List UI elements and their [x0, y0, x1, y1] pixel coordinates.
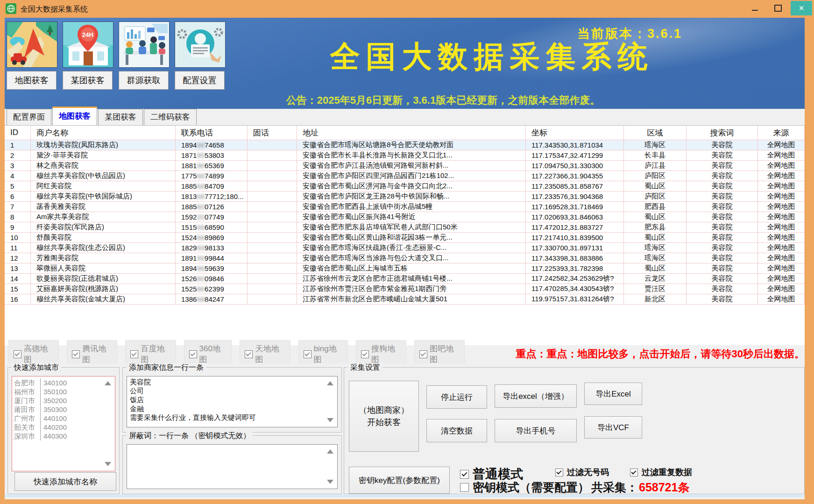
- cell-name: 玫瑰坊美容院(凤阳东路店): [31, 140, 176, 150]
- merchant-keywords-textarea[interactable]: 美容院 公司 饭店 金融 需要采集什么行业，直接输入关键词即可: [127, 376, 338, 427]
- cell-landline: [248, 171, 297, 181]
- city-name: 深圳市: [14, 432, 40, 440]
- table-row-3[interactable]: 3林之燕美容院18819665369安徽省合肥市庐江县汤池镇银河路银河新村斜..…: [5, 161, 805, 171]
- city-item-韶关市[interactable]: 韶关市440200: [14, 423, 115, 432]
- table-row-9[interactable]: 9纤姿美容院(军民路店)15156668590安徽省合肥市肥东县店埠镇军民巷人武…: [5, 222, 805, 233]
- scroll-down-icon[interactable]: [327, 480, 333, 484]
- cell-coord: 117.227366,31.904355: [526, 171, 624, 181]
- cell-address: 安徽省合肥市瑶海区扶疏路(香江·生态丽景-C...: [297, 243, 526, 253]
- table-row-5[interactable]: 5阿红美容院18856884709安徽省合肥市蜀山区淠河路与金牛路交口向北2..…: [5, 181, 805, 192]
- scroll-down-icon[interactable]: [327, 418, 333, 422]
- phone-suffix: 74658: [205, 141, 224, 149]
- cell-source: 全网地图: [758, 222, 805, 233]
- cell-address: 安徽省合肥市瑶海区站塘路8号合肥天使幼教对面: [297, 140, 526, 150]
- cell-region: 瑶海区: [624, 140, 687, 150]
- quick-add-city-button[interactable]: 快速添加城市名称: [14, 472, 116, 491]
- export-excel-button[interactable]: 导出Excel: [584, 383, 642, 405]
- phone-prefix: 1813: [181, 192, 197, 200]
- phone-prefix: 1894: [181, 264, 197, 272]
- tab-地图获客[interactable]: 地图获客: [52, 106, 97, 125]
- maximize-button[interactable]: [767, 1, 789, 15]
- export-excel-enhanced-button[interactable]: 导出excel（增强）: [495, 384, 577, 408]
- city-item-广州市[interactable]: 广州市440100: [14, 414, 115, 423]
- city-item-合肥市[interactable]: 合肥市340100: [14, 378, 115, 387]
- shortcut-button-2[interactable]: 某团获客: [63, 71, 113, 90]
- shortcut-buttons: 地图获客24H某团获客群源获取配置设置: [7, 21, 225, 90]
- scroll-down-icon[interactable]: [105, 462, 111, 466]
- table-row-7[interactable]: 7菡香美雅美容院18856007126安徽省合肥市肥西县上派镇中街水晶城5幢11…: [5, 202, 805, 212]
- minimize-button[interactable]: [744, 1, 765, 15]
- cell-coord: 117.472012,31.883727: [526, 222, 624, 233]
- shortcut-button-1[interactable]: 地图获客: [7, 71, 57, 90]
- phone-prefix: 1386: [181, 295, 197, 303]
- key-mode-label: 密钥模式（需要配置）: [473, 480, 589, 495]
- key-mode-checkbox[interactable]: [460, 483, 469, 492]
- cell-address: 安徽省合肥市蜀山区上海城市五栋: [297, 263, 526, 274]
- map-source-label: 百度地图: [141, 343, 170, 365]
- map-navigation-icon: [7, 21, 57, 68]
- table-row-12[interactable]: 12芳雅阁美容院18919999844安徽省合肥市瑶海区当涂路与包公大道交叉口.…: [5, 253, 805, 263]
- cell-coord: 117.175347,32.471299: [526, 150, 624, 161]
- checkbox-checked-icon: [361, 350, 369, 358]
- block-words-textarea[interactable]: [127, 444, 338, 489]
- tab-某团获客[interactable]: 某团获客: [98, 109, 143, 125]
- city-name: 合肥市: [14, 378, 40, 387]
- cell-region: 庐江县: [624, 161, 687, 171]
- phone-masked-digits: 96: [197, 162, 205, 170]
- cell-name: 黛汐·菲菲美容院: [31, 150, 176, 161]
- cell-phone: 15258662399: [176, 284, 248, 294]
- phone-masked-digits: 60: [197, 203, 205, 211]
- shortcut-button-4[interactable]: 配置设置: [175, 71, 225, 90]
- close-button[interactable]: ×: [791, 1, 812, 15]
- shortcut-2: 24H某团获客: [63, 21, 113, 90]
- table-row-10[interactable]: 10舒颜美容院15246889869安徽省合肥市蜀山区黄山路和谐花园3栋一单元.…: [5, 233, 805, 243]
- cell-address: 安徽省合肥市庐江县汤池镇银河路银河新村斜...: [297, 161, 526, 171]
- table-row-4[interactable]: 4穆丝共享美容院(中铁品园店)17756874899安徽省合肥市庐阳区四里河路品…: [5, 171, 805, 181]
- clear-data-button[interactable]: 清空数据: [426, 419, 487, 442]
- cell-source: 全网地图: [758, 263, 805, 274]
- table-row-8[interactable]: 8Am家共享美容院15922007749安徽省合肥市蜀山区振兴路41号附近117…: [5, 212, 805, 222]
- tab-二维码获客[interactable]: 二维码获客: [144, 109, 197, 125]
- normal-mode-checkbox[interactable]: [460, 470, 469, 479]
- table-row-16[interactable]: 16穆丝共享美容院(金城大厦店)13866884247江苏省常州市新北区合肥市峨…: [5, 294, 805, 305]
- city-item-福州市[interactable]: 福州市350100: [14, 387, 115, 396]
- cell-landline: [248, 161, 297, 171]
- filter-duplicates-checkbox[interactable]: [630, 469, 638, 476]
- table-row-6[interactable]: 6穆丝共享美容院(中铁国际城店)18136877712;180...安徽省合肥市…: [5, 192, 805, 202]
- warning-notice: 重点：重点：地图比较多，点击开始后，请等待30秒后出数据。: [516, 347, 804, 361]
- phone-suffix: 07126: [205, 203, 224, 211]
- table-row-11[interactable]: 11穆丝共享美容院(生态公园店)18296998133安徽省合肥市瑶海区扶疏路(…: [5, 243, 805, 253]
- table-row-1[interactable]: 1玫瑰坊美容院(凤阳东路店)18949874658安徽省合肥市瑶海区站塘路8号合…: [5, 140, 805, 150]
- city-item-莆田市[interactable]: 莆田市350300: [14, 405, 115, 414]
- start-collect-button[interactable]: （地图商家） 开始获客: [349, 381, 419, 452]
- table-row-14[interactable]: 14歌曼丽美容院(正德君城店)15268009846江苏省徐州市云龙区合肥市正德…: [5, 274, 805, 284]
- key-config-button[interactable]: 密钥key配置(参数配置): [349, 467, 450, 494]
- shortcut-button-3[interactable]: 群源获取: [119, 71, 169, 90]
- cell-keyword: 美容院: [687, 233, 758, 243]
- svg-text:24H: 24H: [82, 31, 93, 38]
- tab-配置界面[interactable]: 配置界面: [7, 109, 51, 125]
- cell-coord: 117.343530,31.871034: [526, 140, 624, 150]
- cell-keyword: 美容院: [687, 202, 758, 212]
- city-listbox[interactable]: 合肥市340100福州市350100厦门市350200莆田市350300广州市4…: [12, 376, 115, 471]
- city-item-深圳市[interactable]: 深圳市440300: [14, 432, 115, 440]
- scroll-up-icon[interactable]: [105, 381, 111, 385]
- filter-no-number-checkbox[interactable]: [555, 469, 563, 476]
- cell-source: 全网地图: [758, 284, 805, 294]
- cell-address: 安徽省合肥市庐阳区四里河路品园西门21栋102...: [297, 171, 526, 181]
- table-row-2[interactable]: 2黛汐·菲菲美容院18719553803安徽省合肥市长丰县长淮路与长新路交叉口北…: [5, 150, 805, 161]
- stop-button[interactable]: 停止运行: [426, 385, 487, 409]
- cell-source: 全网地图: [758, 150, 805, 161]
- table-row-15[interactable]: 15艾丽嘉妍美容院(桃源路店)15258662399江苏省徐州市贾汪区合肥市紫金…: [5, 284, 805, 294]
- phone-masked-digits: 96: [197, 264, 205, 272]
- phone-masked-digits: 20: [197, 213, 205, 221]
- city-item-厦门市[interactable]: 厦门市350200: [14, 396, 115, 405]
- table-row-13[interactable]: 13翠微丽人美容院18949659639安徽省合肥市蜀山区上海城市五栋117.2…: [5, 263, 805, 274]
- export-phone-button[interactable]: 导出手机号: [495, 419, 577, 442]
- phone-masked-digits: 86: [197, 285, 205, 293]
- export-vcf-button[interactable]: 导出VCF: [584, 416, 642, 439]
- scroll-up-icon[interactable]: [327, 449, 333, 454]
- cell-address: 安徽省合肥市庐阳区龙王路28号中铁国际和畅...: [297, 192, 526, 202]
- scroll-up-icon[interactable]: [327, 381, 333, 385]
- cell-keyword: 美容院: [687, 222, 758, 233]
